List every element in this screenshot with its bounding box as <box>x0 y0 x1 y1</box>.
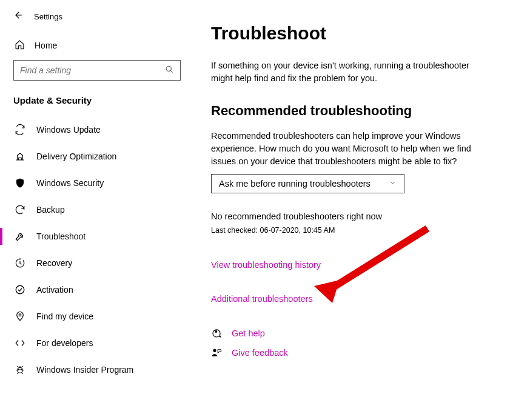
chat-icon <box>211 328 222 339</box>
search-input[interactable] <box>20 65 159 75</box>
svg-point-3 <box>18 367 23 373</box>
troubleshoot-preference-dropdown[interactable]: Ask me before running troubleshooters <box>211 174 404 193</box>
give-feedback-label: Give feedback <box>232 348 288 358</box>
section-header: Update & Security <box>0 89 194 116</box>
sidebar-item-windows-update[interactable]: Windows Update <box>0 116 194 143</box>
back-icon[interactable] <box>12 10 23 24</box>
code-icon <box>15 338 25 348</box>
sidebar: Settings Home Update & Security Windows … <box>0 0 194 420</box>
dropdown-value: Ask me before running troubleshooters <box>219 179 370 188</box>
sidebar-item-backup[interactable]: Backup <box>0 196 194 223</box>
additional-troubleshooters-link[interactable]: Additional troubleshooters <box>211 294 496 304</box>
sidebar-item-for-developers[interactable]: For developers <box>0 330 194 356</box>
recommended-heading: Recommended troubleshooting <box>211 103 496 119</box>
svg-point-6 <box>215 331 217 333</box>
sidebar-item-label: Find my device <box>36 312 93 321</box>
sidebar-item-windows-insider[interactable]: Windows Insider Program <box>0 356 194 383</box>
shield-icon <box>15 178 25 188</box>
sidebar-item-label: Windows Insider Program <box>36 365 133 375</box>
sync-icon <box>15 124 25 135</box>
location-icon <box>15 311 25 322</box>
page-title: Troubleshoot <box>211 23 496 44</box>
home-label: Home <box>35 41 57 50</box>
svg-point-5 <box>21 369 22 370</box>
get-help-label: Get help <box>232 328 265 338</box>
intro-text: If something on your device isn't workin… <box>211 59 484 85</box>
titlebar: Settings <box>0 7 194 32</box>
sidebar-item-activation[interactable]: Activation <box>0 276 194 303</box>
titlebar-title: Settings <box>34 12 62 21</box>
svg-point-2 <box>19 314 21 316</box>
search-icon <box>165 65 174 76</box>
sidebar-item-label: Activation <box>36 285 73 295</box>
svg-point-7 <box>213 349 216 352</box>
footer-links: Get help Give feedback <box>211 328 496 358</box>
bug-icon <box>15 364 25 375</box>
chevron-down-icon <box>389 179 397 188</box>
give-feedback-link[interactable]: Give feedback <box>211 347 496 358</box>
feedback-icon <box>211 347 222 358</box>
sidebar-item-label: Delivery Optimization <box>36 152 116 161</box>
sidebar-item-troubleshoot[interactable]: Troubleshoot <box>0 223 194 250</box>
view-history-link[interactable]: View troubleshooting history <box>211 260 496 270</box>
wrench-icon <box>15 231 25 242</box>
recommended-text: Recommended troubleshooters can help imp… <box>211 130 478 168</box>
sidebar-item-label: Recovery <box>36 258 72 268</box>
sidebar-item-label: Backup <box>36 205 65 215</box>
recovery-icon <box>15 258 25 268</box>
search-input-container[interactable] <box>13 60 181 81</box>
get-help-link[interactable]: Get help <box>211 328 496 339</box>
last-checked-text: Last checked: 06-07-2020, 10:45 AM <box>211 226 496 235</box>
sidebar-item-windows-security[interactable]: Windows Security <box>0 170 194 196</box>
check-icon <box>15 284 25 295</box>
home-nav[interactable]: Home <box>0 32 194 59</box>
sidebar-item-label: Troubleshoot <box>36 232 86 241</box>
sidebar-item-recovery[interactable]: Recovery <box>0 250 194 276</box>
backup-icon <box>15 204 25 215</box>
sidebar-item-label: Windows Update <box>36 125 101 135</box>
svg-point-4 <box>18 369 19 370</box>
home-icon <box>15 39 25 52</box>
sidebar-item-delivery-optimization[interactable]: Delivery Optimization <box>0 143 194 170</box>
status-text: No recommended troubleshooters right now <box>211 212 496 221</box>
svg-point-0 <box>166 66 171 71</box>
sidebar-item-label: For developers <box>36 338 93 348</box>
main-content: Troubleshoot If something on your device… <box>194 0 513 420</box>
sidebar-item-find-my-device[interactable]: Find my device <box>0 303 194 330</box>
sidebar-item-label: Windows Security <box>36 178 104 188</box>
svg-point-1 <box>16 285 24 294</box>
delivery-icon <box>15 151 25 162</box>
